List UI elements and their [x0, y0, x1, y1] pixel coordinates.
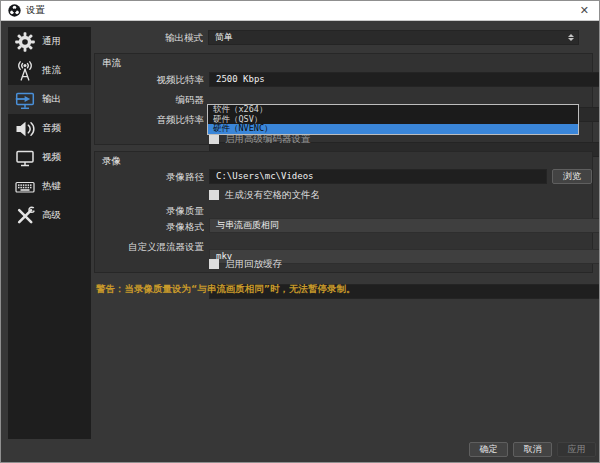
sidebar-item-label: 输出 [42, 93, 61, 106]
sidebar-item-general[interactable]: 通用 [8, 27, 91, 56]
recording-quality-value: 与串流画质相同 [216, 220, 279, 230]
sidebar-item-stream[interactable]: 推流 [8, 56, 91, 85]
sidebar-item-output[interactable]: 输出 [8, 85, 91, 114]
sidebar-item-label: 推流 [42, 64, 61, 77]
titlebar: 设置 ✕ [1, 1, 599, 21]
chevron-up-down-icon [565, 31, 576, 44]
sidebar-item-hotkeys[interactable]: 热键 [8, 172, 91, 201]
monitor-icon [14, 147, 36, 169]
no-space-filename-checkbox-row[interactable]: 生成没有空格的文件名 [209, 189, 320, 201]
sidebar-item-label: 音频 [42, 122, 61, 135]
cancel-button[interactable]: 取消 [513, 442, 552, 457]
recording-group-title: 录像 [102, 155, 121, 168]
recording-path-label: 录像路径 [95, 169, 204, 184]
replay-buffer-label: 启用回放缓存 [225, 258, 282, 270]
recording-quality-combobox[interactable]: 与串流画质相同 [209, 218, 600, 233]
recording-groupbox: 录像 录像路径 C:\Users\mc\Videos 浏览 生成没有空格的文件名… [94, 151, 593, 273]
tools-icon [14, 205, 36, 227]
sidebar-item-audio[interactable]: 音频 [8, 114, 91, 143]
encoder-dropdown-list: 软件（x264） 硬件（QSV） 硬件（NVENC） [207, 104, 579, 135]
sidebar-item-advanced[interactable]: 高级 [8, 201, 91, 230]
sidebar: 通用 推流 [8, 27, 91, 439]
no-space-filename-label: 生成没有空格的文件名 [225, 189, 320, 201]
warning-text: 警告：当录像质量设为“与串流画质相同”时，无法暂停录制。 [96, 283, 591, 296]
video-bitrate-label: 视频比特率 [95, 72, 204, 87]
gear-icon [14, 31, 36, 53]
encoder-label: 编码器 [95, 92, 204, 107]
video-bitrate-spinbox[interactable]: 2500 Kbps [209, 72, 600, 87]
broadcast-icon [14, 60, 36, 82]
sidebar-item-label: 视频 [42, 151, 61, 164]
output-mode-combobox[interactable]: 简单 [208, 30, 579, 45]
streaming-group-title: 串流 [102, 57, 121, 70]
obs-logo-icon [8, 4, 21, 17]
ok-button[interactable]: 确定 [469, 442, 508, 457]
video-bitrate-value: 2500 Kbps [216, 74, 265, 84]
advanced-encoder-checkbox-row[interactable]: 启用高级编码器设置 [209, 133, 311, 145]
encoder-option-x264[interactable]: 软件（x264） [208, 105, 578, 115]
custom-muxer-label: 自定义混流器设置 [95, 239, 204, 254]
recording-path-input[interactable]: C:\Users\mc\Videos [209, 169, 547, 184]
sidebar-item-video[interactable]: 视频 [8, 143, 91, 172]
encoder-option-qsv[interactable]: 硬件（QSV） [208, 115, 578, 125]
sidebar-item-label: 高级 [42, 209, 61, 222]
apply-button[interactable]: 应用 [557, 442, 596, 457]
recording-path-value: C:\Users\mc\Videos [216, 171, 314, 181]
settings-window: 设置 ✕ [0, 0, 600, 463]
replay-buffer-checkbox-row[interactable]: 启用回放缓存 [209, 258, 282, 270]
recording-format-label: 录像格式 [95, 219, 204, 234]
output-mode-label: 输出模式 [94, 30, 203, 45]
close-icon[interactable]: ✕ [577, 4, 592, 17]
speaker-icon [14, 118, 36, 140]
sidebar-item-label: 热键 [42, 180, 61, 193]
checkbox-unchecked-icon[interactable] [209, 134, 219, 144]
checkbox-unchecked-icon[interactable] [209, 190, 219, 200]
audio-bitrate-label: 音频比特率 [95, 112, 204, 127]
checkbox-unchecked-icon[interactable] [209, 259, 219, 269]
output-icon [14, 89, 36, 111]
sidebar-item-label: 通用 [42, 35, 61, 48]
window-title: 设置 [26, 4, 45, 17]
recording-quality-label: 录像质量 [95, 203, 204, 218]
encoder-option-nvenc[interactable]: 硬件（NVENC） [208, 124, 578, 134]
keyboard-icon [14, 176, 36, 198]
advanced-encoder-checkbox-label: 启用高级编码器设置 [225, 133, 311, 145]
browse-button[interactable]: 浏览 [552, 169, 592, 184]
output-mode-value: 简单 [215, 32, 233, 42]
